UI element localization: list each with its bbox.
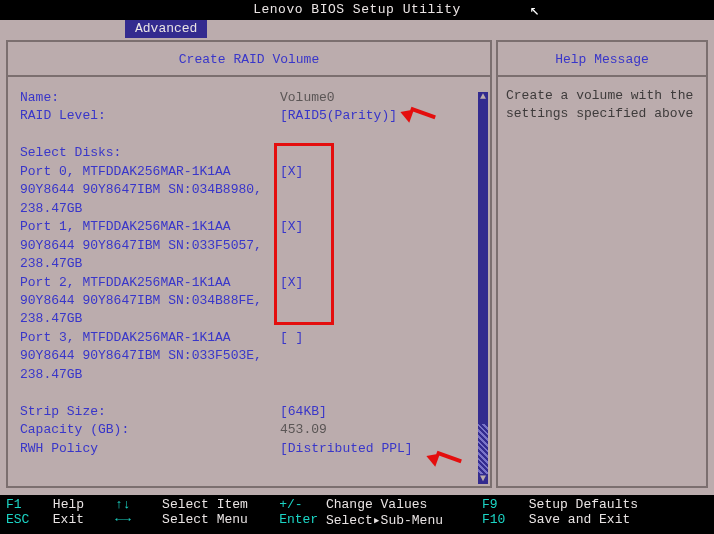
scrollbar[interactable]: ▲ ▼ bbox=[478, 92, 488, 484]
help-text: Create a volume with the settings specif… bbox=[498, 77, 706, 486]
tab-advanced[interactable]: Advanced bbox=[125, 20, 207, 38]
fkey-f1: F1 bbox=[6, 497, 22, 512]
fkey-label: Select Item bbox=[162, 497, 248, 512]
fkey-label: Setup Defaults bbox=[529, 497, 638, 512]
disk-checkbox[interactable]: [ ] bbox=[280, 329, 470, 347]
fkey-f10: F10 bbox=[482, 512, 505, 527]
disk-checkbox[interactable]: [X] bbox=[280, 218, 470, 236]
leftright-arrows-icon: ←→ bbox=[115, 512, 131, 527]
fkey-esc: ESC bbox=[6, 512, 29, 527]
capacity-label: Capacity (GB): bbox=[20, 421, 280, 439]
fkey-label: Select Menu bbox=[162, 512, 248, 528]
disk-serial: 90Y8644 90Y8647IBM SN:034B8980, bbox=[20, 181, 262, 199]
strip-size-value[interactable]: [64KB] bbox=[280, 403, 470, 421]
disk-port-label: Port 3, MTFDDAK256MAR-1K1AA bbox=[20, 329, 280, 347]
disk-checkbox[interactable]: [X] bbox=[280, 163, 470, 181]
name-value[interactable]: Volume0 bbox=[280, 89, 470, 107]
window-titlebar: Lenovo BIOS Setup Utility bbox=[0, 0, 714, 20]
raid-level-value[interactable]: [RAID5(Parity)] bbox=[280, 107, 470, 125]
help-panel-title: Help Message bbox=[498, 42, 706, 77]
name-label: Name: bbox=[20, 89, 280, 107]
select-disks-label: Select Disks: bbox=[20, 144, 280, 162]
capacity-value[interactable]: 453.09 bbox=[280, 421, 470, 439]
footer-keymap: F1 Help ↑↓ Select Item +/- Change Values… bbox=[0, 495, 714, 534]
fkey-label: Exit bbox=[53, 512, 84, 528]
disk-port-label: Port 0, MTFDDAK256MAR-1K1AA bbox=[20, 163, 280, 181]
help-panel: Help Message Create a volume with the se… bbox=[496, 40, 708, 488]
disk-serial: 90Y8644 90Y8647IBM SN:033F5057, bbox=[20, 237, 262, 255]
disk-size: 238.47GB bbox=[20, 200, 82, 218]
fkey-label: Help bbox=[53, 497, 84, 512]
fkey-plusminus: +/- bbox=[279, 497, 302, 512]
updown-arrows-icon: ↑↓ bbox=[115, 497, 131, 512]
fkey-label: Save and Exit bbox=[529, 512, 630, 528]
disk-size: 238.47GB bbox=[20, 255, 82, 273]
disk-serial: 90Y8644 90Y8647IBM SN:033F503E, bbox=[20, 347, 262, 365]
disk-size: 238.47GB bbox=[20, 310, 82, 328]
scroll-down-icon[interactable]: ▼ bbox=[478, 474, 488, 484]
main-panel: Create RAID Volume Name: Volume0 RAID Le… bbox=[6, 40, 492, 488]
fkey-enter: Enter bbox=[279, 512, 318, 527]
rwh-policy-value[interactable]: [Distributed PPL] bbox=[280, 440, 470, 458]
scroll-thumb[interactable] bbox=[478, 424, 488, 474]
disk-size: 238.47GB bbox=[20, 366, 82, 384]
raid-level-label: RAID Level: bbox=[20, 107, 280, 125]
window-title: Lenovo BIOS Setup Utility bbox=[253, 2, 461, 17]
disk-port-label: Port 1, MTFDDAK256MAR-1K1AA bbox=[20, 218, 280, 236]
rwh-policy-label: RWH Policy bbox=[20, 440, 280, 458]
fkey-label: Select▸Sub-Menu bbox=[326, 512, 443, 528]
main-panel-title: Create RAID Volume bbox=[8, 42, 490, 77]
disk-serial: 90Y8644 90Y8647IBM SN:034B88FE, bbox=[20, 292, 262, 310]
tab-row: Advanced bbox=[0, 20, 714, 40]
scroll-up-icon[interactable]: ▲ bbox=[478, 92, 488, 102]
disk-port-label: Port 2, MTFDDAK256MAR-1K1AA bbox=[20, 274, 280, 292]
disk-checkbox[interactable]: [X] bbox=[280, 274, 470, 292]
fkey-label: Change Values bbox=[326, 497, 427, 512]
fkey-f9: F9 bbox=[482, 497, 498, 512]
strip-size-label: Strip Size: bbox=[20, 403, 280, 421]
